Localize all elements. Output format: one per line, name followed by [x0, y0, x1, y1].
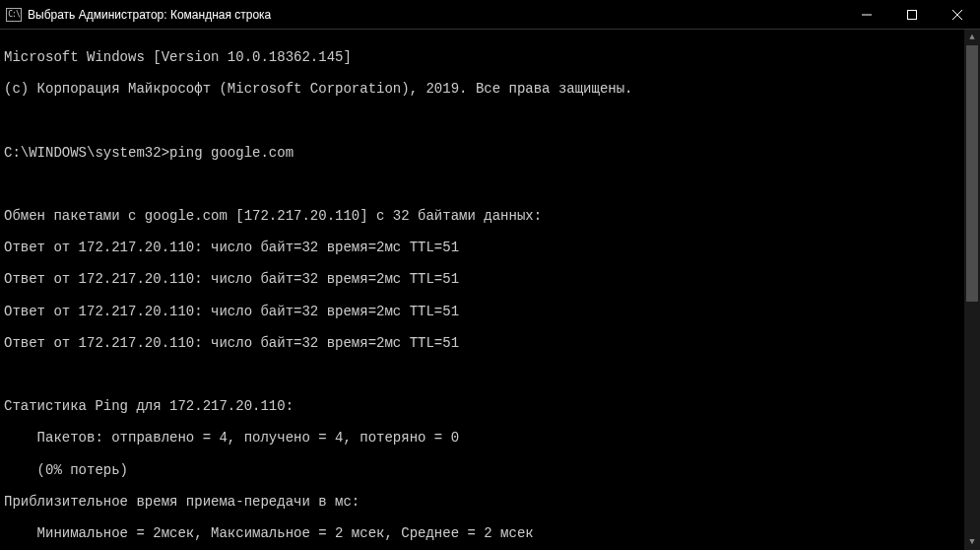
window-controls: [844, 0, 980, 29]
minimize-button[interactable]: [844, 0, 889, 30]
cmd-app-icon: C:\: [6, 8, 22, 22]
output-line: Приблизительное время приема-передачи в …: [4, 494, 976, 510]
output-line: Ответ от 172.217.20.110: число байт=32 в…: [4, 271, 976, 287]
maximize-button[interactable]: [889, 0, 935, 30]
svg-rect-1: [908, 11, 917, 20]
scrollbar-thumb[interactable]: [966, 45, 978, 302]
window-title: Выбрать Администратор: Командная строка: [28, 8, 271, 22]
output-line: Минимальное = 2мсек, Максимальное = 2 мс…: [4, 525, 976, 541]
output-line: Пакетов: отправлено = 4, получено = 4, п…: [4, 430, 976, 446]
terminal-output[interactable]: Microsoft Windows [Version 10.0.18362.14…: [0, 30, 980, 550]
scroll-up-arrow-icon[interactable]: ▲: [964, 30, 980, 45]
output-line: Microsoft Windows [Version 10.0.18362.14…: [4, 49, 976, 65]
output-line: Ответ от 172.217.20.110: число байт=32 в…: [4, 335, 976, 351]
output-line: Ответ от 172.217.20.110: число байт=32 в…: [4, 304, 976, 319]
output-line: [4, 176, 976, 192]
vertical-scrollbar[interactable]: ▲ ▼: [964, 30, 980, 550]
titlebar-left: C:\ Выбрать Администратор: Командная стр…: [6, 8, 271, 22]
prompt-command-line: C:\WINDOWS\system32>ping google.com: [4, 145, 976, 161]
scroll-down-arrow-icon[interactable]: ▼: [964, 534, 980, 550]
output-line: (c) Корпорация Майкрософт (Microsoft Cor…: [4, 81, 976, 97]
output-line: [4, 112, 976, 128]
output-line: Ответ от 172.217.20.110: число байт=32 в…: [4, 240, 976, 255]
output-line: Статистика Ping для 172.217.20.110:: [4, 398, 976, 414]
close-button[interactable]: [935, 0, 980, 30]
output-line: [4, 367, 976, 382]
output-line: Обмен пакетами с google.com [172.217.20.…: [4, 208, 976, 224]
window-titlebar: C:\ Выбрать Администратор: Командная стр…: [0, 0, 980, 30]
output-line: (0% потерь): [4, 462, 976, 478]
